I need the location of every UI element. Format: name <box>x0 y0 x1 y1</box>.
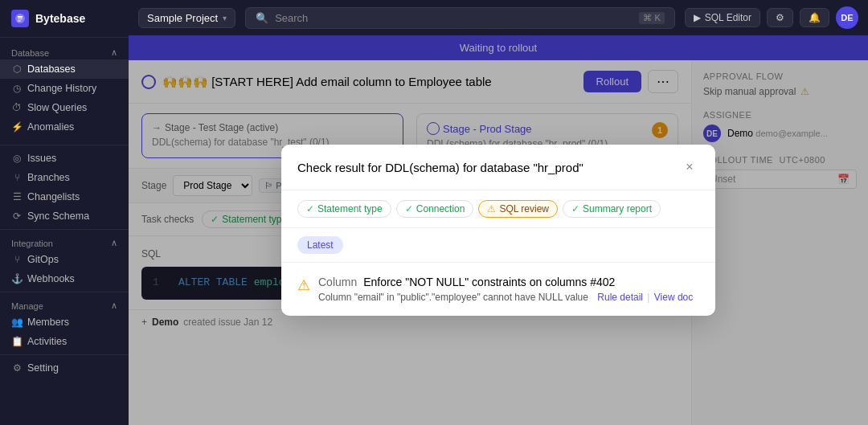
modal-warning-icon: ⚠ <box>297 276 310 294</box>
issues-icon: ◎ <box>11 153 23 164</box>
sidebar-item-webhooks[interactable]: ⚓ Webhooks <box>0 269 129 288</box>
modal-check-ok-1: ✓ <box>306 203 314 215</box>
sidebar-item-databases[interactable]: ⬡ Databases <box>0 59 129 79</box>
sidebar-logo: Bytebase <box>0 0 129 38</box>
sidebar-item-gitops[interactable]: ⑂ GitOps <box>0 250 129 269</box>
gear-icon: ⚙ <box>776 12 784 23</box>
sidebar-item-anomalies[interactable]: ⚡ Anomalies <box>0 117 129 137</box>
modal-check-ok-2: ✓ <box>405 203 413 215</box>
setting-icon: ⚙ <box>11 362 23 374</box>
modal-warning-title: Column Enforce "NOT NULL" constraints on… <box>318 276 693 288</box>
gitops-icon: ⑂ <box>11 254 23 265</box>
database-section-header[interactable]: Database ∧ <box>0 43 129 59</box>
search-icon: 🔍 <box>256 12 268 24</box>
branches-icon: ⑂ <box>11 172 23 183</box>
sidebar-item-members[interactable]: 👥 Members <box>0 313 129 332</box>
project-selector[interactable]: Sample Project ▾ <box>138 8 235 28</box>
search-bar[interactable]: 🔍 Search ⌘ K <box>245 7 675 29</box>
sidebar-item-activities[interactable]: 📋 Activities <box>0 332 129 351</box>
check-result-modal: Check result for DDL(schema) for databas… <box>281 145 715 316</box>
project-name: Sample Project <box>147 12 218 24</box>
app-name: Bytebase <box>35 12 85 25</box>
sidebar-item-sync-schema[interactable]: ⟳ Sync Schema <box>0 206 129 226</box>
sql-editor-icon: ▶ <box>694 12 701 23</box>
app-logo-icon <box>11 10 29 27</box>
modal-check-summary-report[interactable]: ✓ Summary report <box>563 200 661 218</box>
user-avatar[interactable]: DE <box>836 6 858 29</box>
modal-check-statement-type[interactable]: ✓ Statement type <box>297 200 391 218</box>
modal-tab-latest[interactable]: Latest <box>297 236 343 254</box>
sidebar-divider-4 <box>0 354 129 355</box>
modal-overlay[interactable]: Check result for DDL(schema) for databas… <box>129 35 868 425</box>
modal-check-sql-review[interactable]: ⚠ SQL review <box>478 200 558 218</box>
notifications-button[interactable]: 🔔 <box>800 8 829 27</box>
members-icon: 👥 <box>11 317 23 328</box>
integration-section-header[interactable]: Integration ∧ <box>0 233 129 250</box>
modal-warning-row: ⚠ Column Enforce "NOT NULL" constraints … <box>297 276 699 303</box>
modal-tabs: Latest <box>281 228 715 263</box>
sidebar-divider-3 <box>0 292 129 292</box>
sidebar-divider-1 <box>0 145 129 145</box>
settings-button[interactable]: ⚙ <box>767 8 793 27</box>
modal-body: ⚠ Column Enforce "NOT NULL" constraints … <box>281 263 715 316</box>
sidebar-item-changelists[interactable]: ☰ Changelists <box>0 187 129 206</box>
modal-check-warn: ⚠ <box>487 203 496 215</box>
sidebar: Bytebase Database ∧ ⬡ Databases ◷ Change… <box>0 0 129 425</box>
anomalies-icon: ⚡ <box>11 121 23 133</box>
sidebar-item-change-history[interactable]: ◷ Change History <box>0 79 129 98</box>
modal-header: Check result for DDL(schema) for databas… <box>281 145 715 190</box>
database-icon: ⬡ <box>11 63 23 75</box>
sync-icon: ⟳ <box>11 210 23 222</box>
modal-title: Check result for DDL(schema) for databas… <box>297 161 583 174</box>
webhooks-icon: ⚓ <box>11 273 23 284</box>
history-icon: ◷ <box>11 83 23 94</box>
search-placeholder: Search <box>275 12 633 24</box>
topbar: Sample Project ▾ 🔍 Search ⌘ K ▶ SQL Edit… <box>129 0 868 35</box>
database-section: Database ∧ ⬡ Databases ◷ Change History … <box>0 38 129 141</box>
rule-detail-link[interactable]: Rule detail <box>597 292 643 303</box>
sidebar-item-branches[interactable]: ⑂ Branches <box>0 168 129 187</box>
modal-check-connection[interactable]: ✓ Connection <box>396 200 474 218</box>
topbar-actions: ▶ SQL Editor ⚙ 🔔 DE <box>685 6 858 29</box>
activities-icon: 📋 <box>11 336 23 347</box>
search-shortcut: ⌘ K <box>639 12 664 24</box>
modal-close-button[interactable]: × <box>680 157 699 177</box>
chevron-down-icon: ▾ <box>223 14 227 22</box>
manage-section-header[interactable]: Manage ∧ <box>0 296 129 313</box>
sidebar-item-slow-queries[interactable]: ⏱ Slow Queries <box>0 98 129 117</box>
modal-checks-bar: ✓ Statement type ✓ Connection ⚠ SQL revi… <box>281 190 715 228</box>
sidebar-item-issues[interactable]: ◎ Issues <box>0 149 129 168</box>
bell-icon: 🔔 <box>809 12 821 23</box>
sql-editor-button[interactable]: ▶ SQL Editor <box>685 8 760 27</box>
view-doc-link[interactable]: View doc <box>654 292 693 303</box>
sidebar-item-setting[interactable]: ⚙ Setting <box>0 358 129 378</box>
changelists-icon: ☰ <box>11 191 23 202</box>
sidebar-divider-2 <box>0 229 129 230</box>
slow-queries-icon: ⏱ <box>11 102 23 113</box>
modal-warning-desc: Column "email" in "public"."employee" ca… <box>318 292 693 303</box>
modal-check-ok-3: ✓ <box>571 203 579 215</box>
